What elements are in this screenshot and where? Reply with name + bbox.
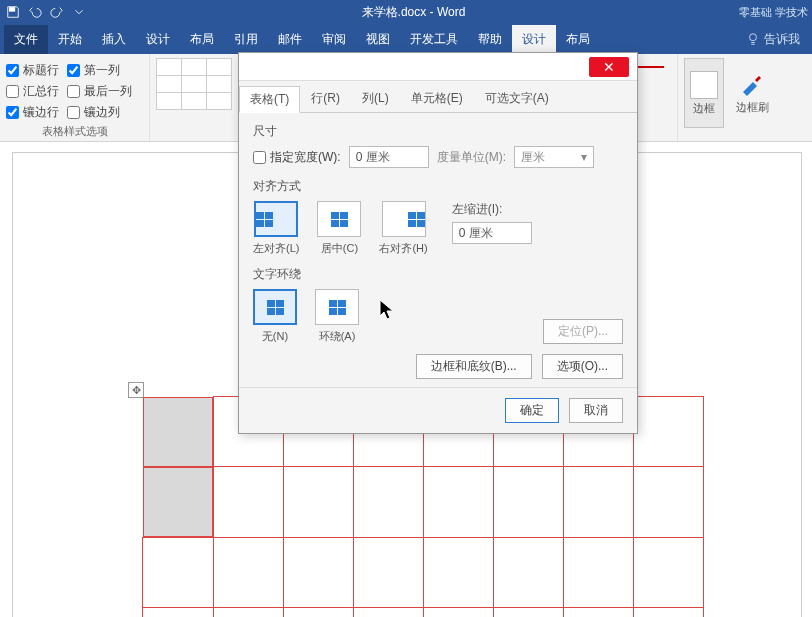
tab-file[interactable]: 文件 bbox=[4, 25, 48, 54]
position-button[interactable]: 定位(P)... bbox=[543, 319, 623, 344]
chk-banded-col[interactable]: 镶边列 bbox=[67, 104, 132, 121]
size-title: 尺寸 bbox=[253, 123, 623, 140]
document-title: 来学格.docx - Word bbox=[92, 4, 735, 21]
dlg-tab-cell[interactable]: 单元格(E) bbox=[400, 85, 474, 112]
chk-total-row[interactable]: 汇总行 bbox=[6, 83, 59, 100]
brush-icon bbox=[739, 72, 765, 98]
wrap-none-option[interactable]: 无(N) bbox=[253, 289, 297, 344]
table-properties-dialog: ✕ 表格(T) 行(R) 列(L) 单元格(E) 可选文字(A) 尺寸 指定宽度… bbox=[238, 52, 638, 434]
wrap-title: 文字环绕 bbox=[253, 266, 623, 283]
titlebar-right-text: 零基础 学技术 bbox=[739, 5, 808, 20]
group-title-style-options: 表格样式选项 bbox=[6, 122, 143, 139]
align-center-option[interactable]: 居中(C) bbox=[317, 201, 361, 256]
table-cell[interactable] bbox=[143, 467, 213, 537]
tab-review[interactable]: 审阅 bbox=[312, 25, 356, 54]
ribbon-tabs: 文件 开始 插入 设计 布局 引用 邮件 审阅 视图 开发工具 帮助 设计 布局… bbox=[0, 24, 812, 54]
dialog-close-button[interactable]: ✕ bbox=[589, 57, 629, 77]
tab-design[interactable]: 设计 bbox=[136, 25, 180, 54]
chk-pref-width[interactable]: 指定宽度(W): bbox=[253, 149, 341, 166]
dlg-tab-column[interactable]: 列(L) bbox=[351, 85, 400, 112]
unit-label: 度量单位(M): bbox=[437, 149, 506, 166]
chk-first-col[interactable]: 第一列 bbox=[67, 62, 132, 79]
wrap-around-option[interactable]: 环绕(A) bbox=[315, 289, 359, 344]
tab-mailings[interactable]: 邮件 bbox=[268, 25, 312, 54]
pref-width-spinner[interactable]: 0 厘米 bbox=[349, 146, 429, 168]
tab-table-layout[interactable]: 布局 bbox=[556, 25, 600, 54]
table-style-gallery[interactable] bbox=[156, 58, 232, 110]
border-button[interactable]: 边框 bbox=[684, 58, 724, 128]
chk-header-row[interactable]: 标题行 bbox=[6, 62, 59, 79]
borders-shading-button[interactable]: 边框和底纹(B)... bbox=[416, 354, 532, 379]
options-button[interactable]: 选项(O)... bbox=[542, 354, 623, 379]
align-title: 对齐方式 bbox=[253, 178, 623, 195]
tab-developer[interactable]: 开发工具 bbox=[400, 25, 468, 54]
tab-home[interactable]: 开始 bbox=[48, 25, 92, 54]
border-grid-icon bbox=[690, 71, 718, 99]
tell-me-label: 告诉我 bbox=[764, 31, 800, 48]
undo-icon[interactable] bbox=[26, 3, 44, 21]
title-bar: 来学格.docx - Word 零基础 学技术 bbox=[0, 0, 812, 24]
chk-banded-row[interactable]: 镶边行 bbox=[6, 104, 59, 121]
dlg-tab-table[interactable]: 表格(T) bbox=[239, 86, 300, 113]
indent-label: 左缩进(I): bbox=[452, 201, 532, 218]
chk-last-col[interactable]: 最后一列 bbox=[67, 83, 132, 100]
indent-spinner[interactable]: 0 厘米 bbox=[452, 222, 532, 244]
ok-button[interactable]: 确定 bbox=[505, 398, 559, 423]
dlg-tab-alt[interactable]: 可选文字(A) bbox=[474, 85, 560, 112]
fieldset-size: 尺寸 指定宽度(W): 0 厘米 度量单位(M): 厘米▾ bbox=[253, 123, 623, 168]
save-icon[interactable] bbox=[4, 3, 22, 21]
align-right-option[interactable]: 右对齐(H) bbox=[379, 201, 427, 256]
dialog-titlebar: ✕ bbox=[239, 53, 637, 81]
dialog-tabs: 表格(T) 行(R) 列(L) 单元格(E) 可选文字(A) bbox=[239, 81, 637, 113]
tell-me[interactable]: 告诉我 bbox=[738, 31, 808, 48]
group-style-options: 标题行 汇总行 镶边行 第一列 最后一列 镶边列 表格样式选项 bbox=[0, 54, 150, 141]
border-painter-button[interactable]: 边框刷 bbox=[732, 58, 772, 128]
redo-icon[interactable] bbox=[48, 3, 66, 21]
svg-point-1 bbox=[750, 34, 757, 41]
fieldset-wrap: 文字环绕 无(N) 环绕(A) 定位(P)... bbox=[253, 266, 623, 344]
group-border-tools: 边框 边框刷 bbox=[678, 54, 778, 141]
svg-rect-0 bbox=[10, 8, 15, 12]
unit-select[interactable]: 厘米▾ bbox=[514, 146, 594, 168]
dlg-tab-row[interactable]: 行(R) bbox=[300, 85, 351, 112]
tab-help[interactable]: 帮助 bbox=[468, 25, 512, 54]
qat-more-icon[interactable] bbox=[70, 3, 88, 21]
fieldset-align: 对齐方式 左对齐(L) 居中(C) 右对齐(H) bbox=[253, 178, 623, 256]
tab-view[interactable]: 视图 bbox=[356, 25, 400, 54]
tab-references[interactable]: 引用 bbox=[224, 25, 268, 54]
align-left-option[interactable]: 左对齐(L) bbox=[253, 201, 299, 256]
table-cell[interactable] bbox=[143, 397, 213, 467]
tab-insert[interactable]: 插入 bbox=[92, 25, 136, 54]
lightbulb-icon bbox=[746, 32, 760, 46]
tab-table-design[interactable]: 设计 bbox=[512, 25, 556, 54]
tab-layout[interactable]: 布局 bbox=[180, 25, 224, 54]
cancel-button[interactable]: 取消 bbox=[569, 398, 623, 423]
